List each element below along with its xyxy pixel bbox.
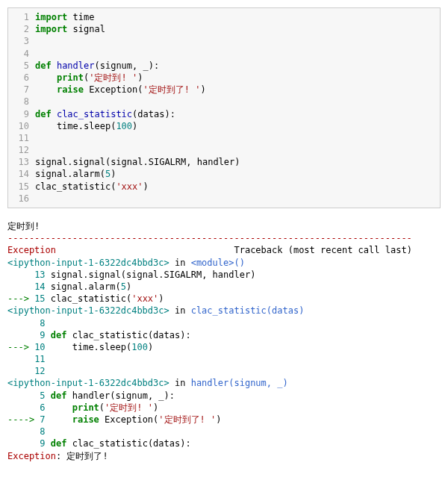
- frame-arrow: --->: [7, 293, 34, 304]
- frame-arrow: [7, 354, 34, 364]
- code-source: [35, 96, 440, 108]
- code-line: 15clac_statistic('xxx'): [8, 181, 440, 193]
- frame-arrow: [7, 318, 40, 328]
- code-line: 2import signal: [8, 23, 440, 35]
- frame-lineno: 9: [40, 330, 45, 340]
- frame-line: 8: [7, 426, 441, 437]
- code-source: def clac_statistic(datas):: [35, 108, 440, 120]
- line-number: 10: [8, 120, 35, 132]
- code-line: 4: [8, 48, 440, 60]
- frame-arrow: [7, 270, 34, 280]
- frame-lineno: 8: [40, 318, 45, 328]
- line-number: 14: [8, 168, 35, 180]
- frame-arrow: [7, 390, 40, 401]
- stdout-text: 定时到!: [7, 221, 40, 231]
- traceback-separator-line: ----------------------------------------…: [7, 232, 441, 244]
- code-line: 14signal.alarm(5): [8, 168, 440, 180]
- code-line: 8: [8, 96, 440, 108]
- frame-line: 6 print('定时到! '): [7, 402, 441, 414]
- code-source: import time: [35, 11, 440, 23]
- frame-line: 13 signal.signal(signal.SIGALRM, handler…: [7, 269, 441, 281]
- code-source: [35, 132, 440, 144]
- frame-lineno: 13: [34, 270, 45, 280]
- code-source: signal.alarm(5): [35, 168, 440, 180]
- line-number: 7: [8, 84, 35, 96]
- code-source: raise Exception('定时到了! '): [35, 84, 440, 96]
- code-source: import signal: [35, 23, 440, 35]
- line-number: 13: [8, 156, 35, 168]
- line-number: 6: [8, 72, 35, 84]
- frame-args: (): [234, 258, 244, 268]
- frame-line: 11: [7, 353, 441, 365]
- code-line: 7 raise Exception('定时到了! '): [8, 84, 440, 96]
- code-source: [35, 35, 440, 47]
- frame-line: 9 def clac_statistic(datas):: [7, 329, 441, 341]
- frame-lineno: 9: [40, 438, 45, 449]
- frame-lineno: 7: [40, 414, 45, 425]
- line-number: 2: [8, 23, 35, 35]
- frame-lineno: 12: [34, 366, 45, 376]
- exception-name: Exception: [7, 245, 56, 255]
- code-source: [35, 144, 440, 156]
- line-number: 16: [8, 193, 35, 205]
- line-number: 12: [8, 144, 35, 156]
- frame-file: <ipython-input-1-6322dc4bbd3c>: [7, 258, 169, 268]
- traceback-label: Traceback (most recent call last): [234, 245, 411, 255]
- frame-lineno: 10: [34, 342, 45, 352]
- line-number: 1: [8, 11, 35, 23]
- code-source: [35, 48, 440, 60]
- final-exception: Exception: 定时到了!: [7, 450, 441, 462]
- frame-header: <ipython-input-1-6322dc4bbd3c> in <modul…: [7, 257, 441, 269]
- frame-arrow: [7, 281, 34, 292]
- frame-arrow: ---->: [7, 414, 40, 425]
- line-number: 9: [8, 108, 35, 120]
- code-source: clac_statistic('xxx'): [35, 181, 440, 193]
- code-line: 6 print('定时到! '): [8, 72, 440, 84]
- exception-header: Exception Traceback (most recent call la…: [7, 244, 441, 256]
- code-line: 11: [8, 132, 440, 144]
- frame-arrow: [7, 426, 40, 437]
- code-source: [35, 193, 440, 205]
- frame-func: <module>: [191, 258, 234, 268]
- traceback-separator: ----------------------------------------…: [7, 233, 412, 243]
- frame-arrow: [7, 402, 40, 413]
- frame-line: 8: [7, 317, 441, 329]
- frame-args: (signum, _): [228, 378, 287, 388]
- frame-lineno: 14: [34, 281, 45, 292]
- code-cell: 1import time2import signal345def handler…: [7, 7, 441, 208]
- frame-lineno: 8: [40, 426, 45, 437]
- code-line: 10 time.sleep(100): [8, 120, 440, 132]
- frame-arrow: --->: [7, 342, 34, 352]
- frame-lineno: 15: [34, 293, 45, 304]
- line-number: 8: [8, 96, 35, 108]
- line-number: 3: [8, 35, 35, 47]
- code-source: time.sleep(100): [35, 120, 440, 132]
- frame-line: 14 signal.alarm(5): [7, 281, 441, 293]
- code-source: print('定时到! '): [35, 72, 440, 84]
- frame-line: ---> 15 clac_statistic('xxx'): [7, 293, 441, 305]
- frame-file: <ipython-input-1-6322dc4bbd3c>: [7, 378, 169, 388]
- output-cell: 定时到!------------------------------------…: [0, 216, 448, 473]
- frame-header: <ipython-input-1-6322dc4bbd3c> in clac_s…: [7, 305, 441, 317]
- frame-arrow: [7, 438, 40, 449]
- frame-header: <ipython-input-1-6322dc4bbd3c> in handle…: [7, 377, 441, 389]
- code-line: 12: [8, 144, 440, 156]
- frame-func: clac_statistic: [191, 305, 267, 316]
- code-line: 1import time: [8, 11, 440, 23]
- code-line: 13signal.signal(signal.SIGALRM, handler): [8, 156, 440, 168]
- frame-line: 12: [7, 365, 441, 377]
- line-number: 15: [8, 181, 35, 193]
- line-number: 4: [8, 48, 35, 60]
- frame-file: <ipython-input-1-6322dc4bbd3c>: [7, 305, 169, 316]
- frame-func: handler: [191, 378, 229, 388]
- frame-line: ---> 10 time.sleep(100): [7, 341, 441, 353]
- code-source: def handler(signum, _):: [35, 60, 440, 72]
- frame-arrow: [7, 366, 34, 376]
- frame-line: ----> 7 raise Exception('定时到了! '): [7, 414, 441, 426]
- frame-line: 5 def handler(signum, _):: [7, 390, 441, 402]
- stdout-line: 定时到!: [7, 220, 441, 232]
- code-line: 9def clac_statistic(datas):: [8, 108, 440, 120]
- line-number: 11: [8, 132, 35, 144]
- frame-lineno: 11: [34, 354, 45, 364]
- code-line: 5def handler(signum, _):: [8, 60, 440, 72]
